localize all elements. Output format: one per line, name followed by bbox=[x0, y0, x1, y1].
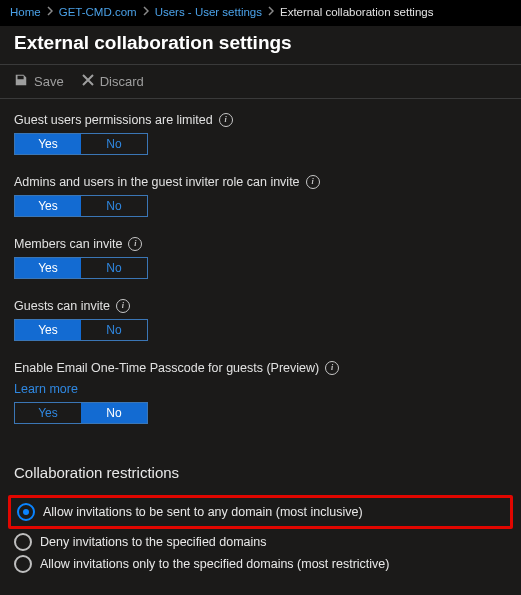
setting-guest-limited: Guest users permissions are limited i Ye… bbox=[14, 113, 507, 155]
radio-icon bbox=[14, 533, 32, 551]
info-icon[interactable]: i bbox=[128, 237, 142, 251]
radio-option-allow-specified[interactable]: Allow invitations only to the specified … bbox=[14, 553, 507, 575]
breadcrumb-tenant[interactable]: GET-CMD.com bbox=[59, 6, 137, 18]
save-button[interactable]: Save bbox=[14, 73, 64, 90]
setting-label: Guest users permissions are limited i bbox=[14, 113, 507, 127]
toggle-yes[interactable]: Yes bbox=[15, 403, 81, 423]
toolbar: Save Discard bbox=[0, 65, 521, 98]
setting-guests-invite: Guests can invite i Yes No bbox=[14, 299, 507, 341]
info-icon[interactable]: i bbox=[116, 299, 130, 313]
info-icon[interactable]: i bbox=[219, 113, 233, 127]
info-icon[interactable]: i bbox=[306, 175, 320, 189]
toggle-no[interactable]: No bbox=[81, 196, 147, 216]
discard-button[interactable]: Discard bbox=[82, 74, 144, 89]
close-icon bbox=[82, 74, 94, 89]
toggle-no[interactable]: No bbox=[81, 258, 147, 278]
setting-otp: Enable Email One-Time Passcode for guest… bbox=[14, 361, 507, 424]
toggle-members-invite[interactable]: Yes No bbox=[14, 257, 148, 279]
setting-label: Members can invite i bbox=[14, 237, 507, 251]
highlight-box: Allow invitations to be sent to any doma… bbox=[8, 495, 513, 529]
label-text: Enable Email One-Time Passcode for guest… bbox=[14, 361, 319, 375]
setting-label: Guests can invite i bbox=[14, 299, 507, 313]
toggle-yes[interactable]: Yes bbox=[15, 320, 81, 340]
chevron-right-icon bbox=[268, 6, 274, 18]
radio-group-restrictions: Allow invitations to be sent to any doma… bbox=[14, 495, 507, 575]
info-icon[interactable]: i bbox=[325, 361, 339, 375]
discard-label: Discard bbox=[100, 74, 144, 89]
toggle-guest-limited[interactable]: Yes No bbox=[14, 133, 148, 155]
toggle-guests-invite[interactable]: Yes No bbox=[14, 319, 148, 341]
radio-label: Allow invitations only to the specified … bbox=[40, 557, 389, 571]
label-text: Guest users permissions are limited bbox=[14, 113, 213, 127]
toggle-yes[interactable]: Yes bbox=[15, 134, 81, 154]
radio-icon bbox=[14, 555, 32, 573]
radio-label: Allow invitations to be sent to any doma… bbox=[43, 505, 363, 519]
setting-label: Admins and users in the guest inviter ro… bbox=[14, 175, 507, 189]
label-text: Members can invite bbox=[14, 237, 122, 251]
radio-label: Deny invitations to the specified domain… bbox=[40, 535, 267, 549]
save-icon bbox=[14, 73, 28, 90]
radio-option-deny-specified[interactable]: Deny invitations to the specified domain… bbox=[14, 531, 507, 553]
radio-icon bbox=[17, 503, 35, 521]
toggle-otp[interactable]: Yes No bbox=[14, 402, 148, 424]
breadcrumb: Home GET-CMD.com Users - User settings E… bbox=[0, 0, 521, 26]
save-label: Save bbox=[34, 74, 64, 89]
toggle-yes[interactable]: Yes bbox=[15, 258, 81, 278]
toggle-admins-invite[interactable]: Yes No bbox=[14, 195, 148, 217]
learn-more-link[interactable]: Learn more bbox=[14, 382, 78, 396]
radio-option-allow-any[interactable]: Allow invitations to be sent to any doma… bbox=[17, 501, 504, 523]
toggle-no[interactable]: No bbox=[81, 403, 147, 423]
label-text: Admins and users in the guest inviter ro… bbox=[14, 175, 300, 189]
chevron-right-icon bbox=[47, 6, 53, 18]
breadcrumb-users[interactable]: Users - User settings bbox=[155, 6, 262, 18]
setting-admins-invite: Admins and users in the guest inviter ro… bbox=[14, 175, 507, 217]
page-title: External collaboration settings bbox=[0, 26, 521, 64]
toggle-no[interactable]: No bbox=[81, 134, 147, 154]
setting-label: Enable Email One-Time Passcode for guest… bbox=[14, 361, 507, 375]
chevron-right-icon bbox=[143, 6, 149, 18]
toggle-no[interactable]: No bbox=[81, 320, 147, 340]
section-heading-restrictions: Collaboration restrictions bbox=[14, 464, 507, 481]
setting-members-invite: Members can invite i Yes No bbox=[14, 237, 507, 279]
toggle-yes[interactable]: Yes bbox=[15, 196, 81, 216]
label-text: Guests can invite bbox=[14, 299, 110, 313]
breadcrumb-home[interactable]: Home bbox=[10, 6, 41, 18]
breadcrumb-current: External collaboration settings bbox=[280, 6, 433, 18]
